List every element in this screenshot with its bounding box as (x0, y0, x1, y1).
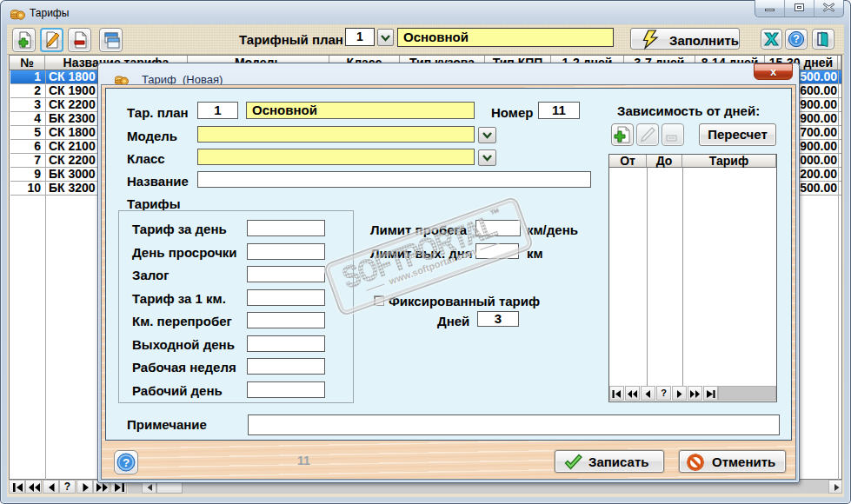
svg-text:?: ? (123, 456, 130, 469)
svg-text:?: ? (793, 33, 800, 45)
